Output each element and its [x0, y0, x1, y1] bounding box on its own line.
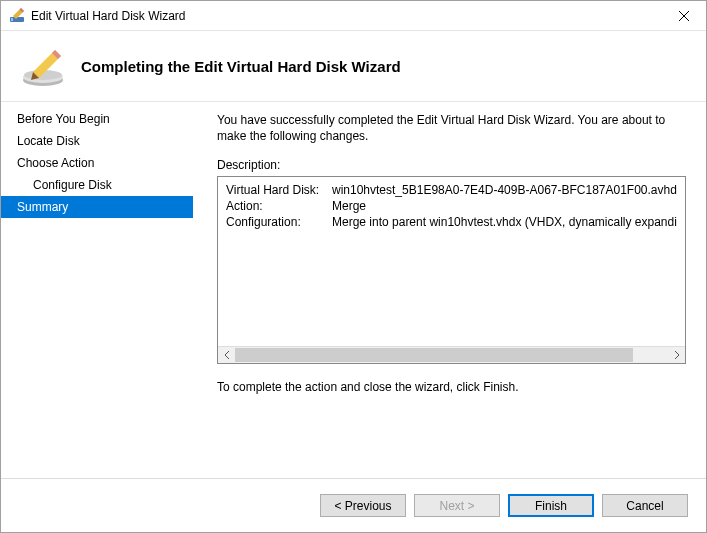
description-box: Virtual Hard Disk: win10hvtest_5B1E98A0-… — [217, 176, 686, 364]
row-value: win10hvtest_5B1E98A0-7E4D-409B-A067-BFC1… — [332, 183, 677, 197]
sidebar-item-choose-action[interactable]: Choose Action — [1, 152, 193, 174]
wizard-footer: < Previous Next > Finish Cancel — [1, 478, 706, 532]
next-button: Next > — [414, 494, 500, 517]
app-icon — [9, 8, 25, 24]
row-label: Virtual Hard Disk: — [226, 183, 332, 197]
wizard-header-icon — [19, 42, 67, 90]
summary-row: Configuration: Merge into parent win10hv… — [226, 215, 677, 229]
svg-rect-1 — [11, 18, 13, 21]
finish-button[interactable]: Finish — [508, 494, 594, 517]
sidebar-item-before-you-begin[interactable]: Before You Begin — [1, 108, 193, 130]
wizard-sidebar: Before You Begin Locate Disk Choose Acti… — [1, 102, 193, 478]
scroll-thumb[interactable] — [235, 348, 633, 362]
wizard-body: Before You Begin Locate Disk Choose Acti… — [1, 101, 706, 478]
close-button[interactable] — [661, 1, 706, 30]
sidebar-item-locate-disk[interactable]: Locate Disk — [1, 130, 193, 152]
description-label: Description: — [217, 158, 686, 172]
window-title: Edit Virtual Hard Disk Wizard — [31, 9, 661, 23]
sidebar-item-summary[interactable]: Summary — [1, 196, 193, 218]
intro-text: You have successfully completed the Edit… — [217, 112, 686, 144]
scroll-right-button[interactable] — [668, 347, 685, 363]
wizard-header: Completing the Edit Virtual Hard Disk Wi… — [1, 31, 706, 101]
scroll-track[interactable] — [235, 347, 668, 363]
row-value: Merge into parent win10hvtest.vhdx (VHDX… — [332, 215, 677, 229]
wizard-window: Edit Virtual Hard Disk Wizard Completing… — [0, 0, 707, 533]
titlebar: Edit Virtual Hard Disk Wizard — [1, 1, 706, 31]
cancel-button[interactable]: Cancel — [602, 494, 688, 517]
page-title: Completing the Edit Virtual Hard Disk Wi… — [81, 58, 401, 75]
previous-button[interactable]: < Previous — [320, 494, 406, 517]
row-label: Configuration: — [226, 215, 332, 229]
description-content: Virtual Hard Disk: win10hvtest_5B1E98A0-… — [218, 177, 685, 346]
summary-row: Virtual Hard Disk: win10hvtest_5B1E98A0-… — [226, 183, 677, 197]
summary-row: Action: Merge — [226, 199, 677, 213]
horizontal-scrollbar[interactable] — [218, 346, 685, 363]
row-label: Action: — [226, 199, 332, 213]
sidebar-item-configure-disk[interactable]: Configure Disk — [1, 174, 193, 196]
wizard-content: You have successfully completed the Edit… — [193, 102, 706, 478]
scroll-left-button[interactable] — [218, 347, 235, 363]
row-value: Merge — [332, 199, 677, 213]
complete-instruction: To complete the action and close the wiz… — [217, 380, 686, 394]
